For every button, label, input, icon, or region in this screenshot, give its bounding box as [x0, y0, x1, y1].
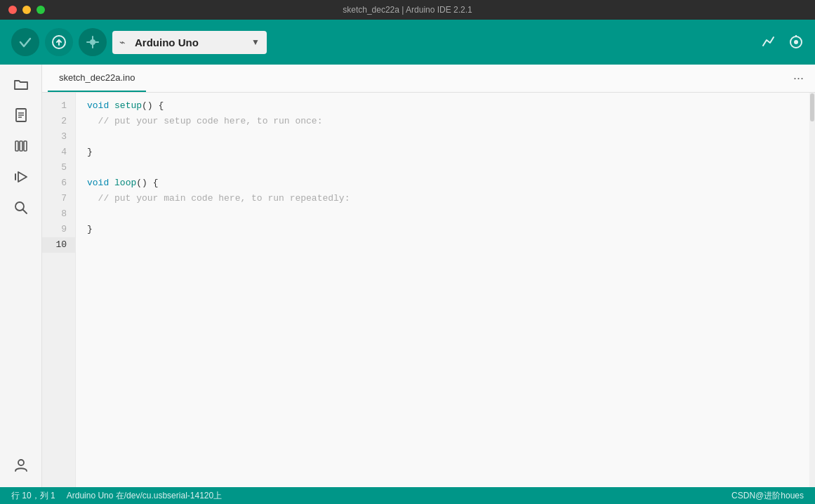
- cursor-position: 行 10，列 1: [11, 490, 55, 502]
- svg-rect-14: [15, 141, 18, 151]
- line-num-5: 5: [42, 160, 75, 175]
- code-editor[interactable]: 1 2 3 4 5 6 7 8 9 10 void setup() { // p…: [42, 93, 815, 487]
- search-icon: [13, 200, 29, 215]
- traffic-lights: [8, 6, 45, 14]
- line-num-6: 6: [42, 175, 75, 191]
- status-bar: 行 10，列 1 Arduino Uno 在/dev/cu.usbserial-…: [0, 487, 815, 504]
- code-content[interactable]: void setup() { // put your setup code he…: [76, 93, 815, 487]
- library-icon: [13, 138, 29, 154]
- svg-point-8: [794, 40, 798, 44]
- line-num-1: 1: [42, 98, 75, 114]
- line-num-2: 2: [42, 114, 75, 129]
- sidebar-item-folder[interactable]: [7, 70, 35, 98]
- svg-point-2: [90, 39, 95, 45]
- serial-plotter-button[interactable]: [762, 34, 777, 50]
- upload-button[interactable]: [45, 28, 73, 56]
- svg-line-20: [22, 210, 27, 214]
- maximize-button[interactable]: [37, 6, 45, 14]
- svg-rect-15: [20, 141, 22, 151]
- tab-bar: sketch_dec22a.ino ···: [42, 65, 815, 93]
- serial-monitor-button[interactable]: [788, 34, 804, 50]
- line-num-9: 9: [42, 222, 75, 237]
- serial-plotter-icon: [762, 34, 777, 50]
- verify-button[interactable]: [11, 28, 39, 56]
- line-num-8: 8: [42, 206, 75, 222]
- close-button[interactable]: [8, 6, 17, 14]
- sidebar-item-debug[interactable]: [7, 163, 35, 191]
- toolbar-right: [762, 34, 804, 50]
- sidebar-item-library[interactable]: [7, 132, 35, 160]
- sidebar: [0, 65, 42, 487]
- scrollbar-thumb[interactable]: [810, 93, 814, 121]
- board-selector[interactable]: Arduino Uno: [112, 31, 267, 54]
- sketchbook-icon: [13, 107, 29, 123]
- checkmark-icon: [18, 35, 32, 49]
- svg-point-21: [18, 460, 24, 465]
- board-port-info: Arduino Uno 在/dev/cu.usbserial-14120上: [67, 490, 222, 502]
- user-icon: [13, 457, 29, 472]
- debug-icon: [86, 35, 100, 49]
- tab-sketch[interactable]: sketch_dec22a.ino: [48, 65, 146, 92]
- sidebar-item-sketchbook[interactable]: [7, 101, 35, 129]
- title-bar: sketch_dec22a | Arduino IDE 2.2.1: [0, 0, 815, 20]
- watermark: CSDN@进阶houes: [731, 490, 804, 502]
- line-num-3: 3: [42, 129, 75, 145]
- main-area: sketch_dec22a.ino ··· 1 2 3 4 5 6 7 8 9 …: [0, 65, 815, 487]
- debug-sidebar-icon: [13, 169, 29, 185]
- vertical-scrollbar[interactable]: [809, 93, 815, 487]
- minimize-button[interactable]: [22, 6, 31, 14]
- sidebar-item-search[interactable]: [7, 194, 35, 222]
- window-title: sketch_dec22a | Arduino IDE 2.2.1: [343, 5, 472, 15]
- upload-arrow-icon: [52, 35, 66, 49]
- tab-menu-button[interactable]: ···: [788, 68, 809, 88]
- line-num-4: 4: [42, 145, 75, 160]
- tab-label: sketch_dec22a.ino: [59, 72, 135, 83]
- editor-area: sketch_dec22a.ino ··· 1 2 3 4 5 6 7 8 9 …: [42, 65, 815, 487]
- sidebar-item-user[interactable]: [7, 451, 35, 479]
- toolbar: ⌁ Arduino Uno ▼: [0, 20, 815, 65]
- serial-monitor-icon: [788, 34, 804, 50]
- svg-marker-17: [18, 172, 27, 182]
- svg-rect-16: [24, 141, 27, 151]
- line-numbers: 1 2 3 4 5 6 7 8 9 10: [42, 93, 76, 487]
- line-num-10: 10: [42, 237, 75, 253]
- debug-button[interactable]: [79, 28, 107, 56]
- board-selector-wrapper: ⌁ Arduino Uno ▼: [112, 31, 267, 54]
- line-num-7: 7: [42, 191, 75, 206]
- folder-icon: [13, 77, 29, 92]
